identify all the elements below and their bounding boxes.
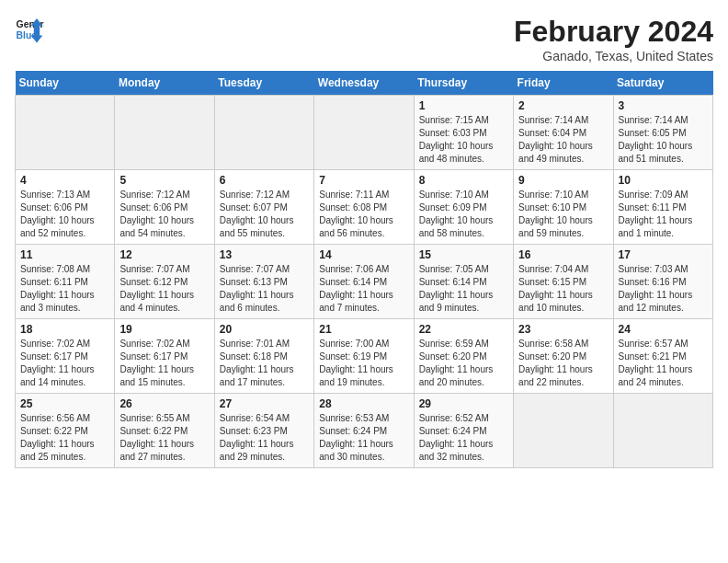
day-number: 6	[220, 174, 309, 187]
calendar-cell: 8Sunrise: 7:10 AM Sunset: 6:09 PM Daylig…	[414, 170, 513, 245]
day-info: Sunrise: 7:02 AM Sunset: 6:17 PM Dayligh…	[119, 338, 209, 389]
calendar-cell: 29Sunrise: 6:52 AM Sunset: 6:24 PM Dayli…	[414, 394, 513, 468]
day-info: Sunrise: 6:59 AM Sunset: 6:20 PM Dayligh…	[419, 338, 508, 389]
calendar-week-3: 11Sunrise: 7:08 AM Sunset: 6:11 PM Dayli…	[16, 245, 713, 319]
calendar-table: SundayMondayTuesdayWednesdayThursdayFrid…	[15, 71, 713, 468]
calendar-cell: 4Sunrise: 7:13 AM Sunset: 6:06 PM Daylig…	[16, 170, 115, 245]
day-number: 23	[518, 323, 608, 336]
calendar-cell	[214, 96, 313, 170]
day-info: Sunrise: 6:53 AM Sunset: 6:24 PM Dayligh…	[319, 412, 408, 464]
calendar-cell: 2Sunrise: 7:14 AM Sunset: 6:04 PM Daylig…	[514, 96, 613, 170]
calendar-cell: 9Sunrise: 7:10 AM Sunset: 6:10 PM Daylig…	[514, 170, 613, 245]
day-number: 1	[419, 99, 508, 112]
day-number: 25	[20, 397, 109, 410]
day-number: 27	[220, 397, 309, 410]
calendar-cell: 12Sunrise: 7:07 AM Sunset: 6:12 PM Dayli…	[115, 245, 214, 319]
day-number: 12	[119, 248, 209, 261]
day-number: 14	[319, 248, 408, 261]
day-info: Sunrise: 6:52 AM Sunset: 6:24 PM Dayligh…	[419, 412, 508, 464]
calendar-cell: 28Sunrise: 6:53 AM Sunset: 6:24 PM Dayli…	[314, 394, 414, 468]
weekday-header-row: SundayMondayTuesdayWednesdayThursdayFrid…	[16, 71, 713, 96]
calendar-cell: 14Sunrise: 7:06 AM Sunset: 6:14 PM Dayli…	[314, 245, 414, 319]
day-number: 17	[619, 248, 708, 261]
day-info: Sunrise: 7:14 AM Sunset: 6:04 PM Dayligh…	[518, 114, 608, 166]
day-info: Sunrise: 7:02 AM Sunset: 6:17 PM Dayligh…	[20, 338, 109, 389]
calendar-week-4: 18Sunrise: 7:02 AM Sunset: 6:17 PM Dayli…	[16, 319, 713, 394]
weekday-header-tuesday: Tuesday	[214, 71, 313, 96]
calendar-cell: 13Sunrise: 7:07 AM Sunset: 6:13 PM Dayli…	[214, 245, 313, 319]
day-number: 29	[419, 397, 508, 410]
day-number: 3	[619, 99, 708, 112]
day-number: 10	[619, 174, 708, 187]
calendar-cell	[115, 96, 214, 170]
day-info: Sunrise: 7:14 AM Sunset: 6:05 PM Dayligh…	[619, 114, 708, 166]
weekday-header-friday: Friday	[514, 71, 613, 96]
calendar-cell	[514, 394, 613, 468]
day-info: Sunrise: 7:12 AM Sunset: 6:07 PM Dayligh…	[220, 189, 309, 240]
title-area: February 2024 Ganado, Texas, United Stat…	[514, 15, 713, 63]
day-number: 28	[319, 397, 408, 410]
day-number: 5	[119, 174, 209, 187]
day-info: Sunrise: 7:09 AM Sunset: 6:11 PM Dayligh…	[619, 189, 708, 240]
day-number: 20	[220, 323, 309, 336]
page-title: February 2024	[514, 15, 713, 49]
day-number: 9	[518, 174, 608, 187]
day-number: 8	[419, 174, 508, 187]
day-info: Sunrise: 7:01 AM Sunset: 6:18 PM Dayligh…	[220, 338, 309, 389]
day-number: 7	[319, 174, 408, 187]
day-info: Sunrise: 7:00 AM Sunset: 6:19 PM Dayligh…	[319, 338, 408, 389]
calendar-cell	[16, 96, 115, 170]
day-info: Sunrise: 7:13 AM Sunset: 6:06 PM Dayligh…	[20, 189, 109, 240]
day-number: 11	[20, 248, 109, 261]
day-info: Sunrise: 7:12 AM Sunset: 6:06 PM Dayligh…	[119, 189, 209, 240]
day-number: 18	[20, 323, 109, 336]
day-number: 26	[119, 397, 209, 410]
day-number: 2	[518, 99, 608, 112]
calendar-week-2: 4Sunrise: 7:13 AM Sunset: 6:06 PM Daylig…	[16, 170, 713, 245]
calendar-cell: 10Sunrise: 7:09 AM Sunset: 6:11 PM Dayli…	[613, 170, 712, 245]
day-info: Sunrise: 7:11 AM Sunset: 6:08 PM Dayligh…	[319, 189, 408, 240]
day-info: Sunrise: 6:58 AM Sunset: 6:20 PM Dayligh…	[518, 338, 608, 389]
day-number: 21	[319, 323, 408, 336]
day-info: Sunrise: 7:07 AM Sunset: 6:13 PM Dayligh…	[220, 263, 309, 315]
calendar-cell	[613, 394, 712, 468]
day-number: 22	[419, 323, 508, 336]
calendar-cell: 5Sunrise: 7:12 AM Sunset: 6:06 PM Daylig…	[115, 170, 214, 245]
day-number: 15	[419, 248, 508, 261]
day-info: Sunrise: 7:06 AM Sunset: 6:14 PM Dayligh…	[319, 263, 408, 315]
calendar-cell: 7Sunrise: 7:11 AM Sunset: 6:08 PM Daylig…	[314, 170, 414, 245]
calendar-cell: 22Sunrise: 6:59 AM Sunset: 6:20 PM Dayli…	[414, 319, 513, 394]
weekday-header-sunday: Sunday	[16, 71, 115, 96]
calendar-cell: 20Sunrise: 7:01 AM Sunset: 6:18 PM Dayli…	[214, 319, 313, 394]
calendar-cell: 6Sunrise: 7:12 AM Sunset: 6:07 PM Daylig…	[214, 170, 313, 245]
logo-icon: General Blue	[15, 15, 44, 44]
page-header: General Blue February 2024 Ganado, Texas…	[15, 15, 713, 63]
calendar-cell: 18Sunrise: 7:02 AM Sunset: 6:17 PM Dayli…	[16, 319, 115, 394]
day-info: Sunrise: 7:03 AM Sunset: 6:16 PM Dayligh…	[619, 263, 708, 315]
page-subtitle: Ganado, Texas, United States	[514, 49, 713, 63]
calendar-cell: 17Sunrise: 7:03 AM Sunset: 6:16 PM Dayli…	[613, 245, 712, 319]
calendar-cell: 15Sunrise: 7:05 AM Sunset: 6:14 PM Dayli…	[414, 245, 513, 319]
logo: General Blue	[15, 15, 44, 44]
weekday-header-wednesday: Wednesday	[314, 71, 414, 96]
day-info: Sunrise: 7:05 AM Sunset: 6:14 PM Dayligh…	[419, 263, 508, 315]
calendar-cell: 23Sunrise: 6:58 AM Sunset: 6:20 PM Dayli…	[514, 319, 613, 394]
day-info: Sunrise: 7:07 AM Sunset: 6:12 PM Dayligh…	[119, 263, 209, 315]
calendar-cell: 16Sunrise: 7:04 AM Sunset: 6:15 PM Dayli…	[514, 245, 613, 319]
day-number: 19	[119, 323, 209, 336]
day-info: Sunrise: 7:08 AM Sunset: 6:11 PM Dayligh…	[20, 263, 109, 315]
calendar-cell: 26Sunrise: 6:55 AM Sunset: 6:22 PM Dayli…	[115, 394, 214, 468]
calendar-cell: 24Sunrise: 6:57 AM Sunset: 6:21 PM Dayli…	[613, 319, 712, 394]
weekday-header-monday: Monday	[115, 71, 214, 96]
day-info: Sunrise: 7:04 AM Sunset: 6:15 PM Dayligh…	[518, 263, 608, 315]
calendar-cell: 3Sunrise: 7:14 AM Sunset: 6:05 PM Daylig…	[613, 96, 712, 170]
day-info: Sunrise: 6:57 AM Sunset: 6:21 PM Dayligh…	[619, 338, 708, 389]
calendar-cell: 27Sunrise: 6:54 AM Sunset: 6:23 PM Dayli…	[214, 394, 313, 468]
weekday-header-thursday: Thursday	[414, 71, 513, 96]
calendar-week-5: 25Sunrise: 6:56 AM Sunset: 6:22 PM Dayli…	[16, 394, 713, 468]
day-info: Sunrise: 7:15 AM Sunset: 6:03 PM Dayligh…	[419, 114, 508, 166]
calendar-cell: 25Sunrise: 6:56 AM Sunset: 6:22 PM Dayli…	[16, 394, 115, 468]
calendar-week-1: 1Sunrise: 7:15 AM Sunset: 6:03 PM Daylig…	[16, 96, 713, 170]
calendar-cell: 19Sunrise: 7:02 AM Sunset: 6:17 PM Dayli…	[115, 319, 214, 394]
calendar-cell: 21Sunrise: 7:00 AM Sunset: 6:19 PM Dayli…	[314, 319, 414, 394]
